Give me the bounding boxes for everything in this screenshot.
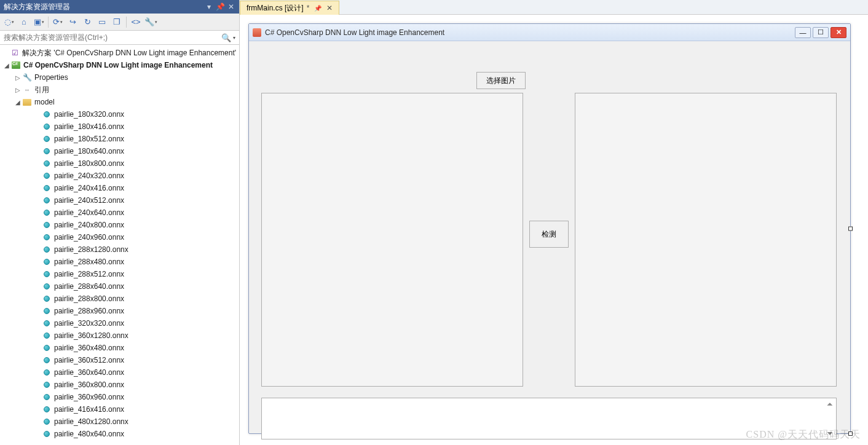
tree-file[interactable]: ▸pairlie_360x1280.onnx <box>0 329 239 342</box>
collapse-icon[interactable]: ▭ <box>95 15 109 29</box>
file-label: pairlie_288x512.onnx <box>54 270 124 278</box>
file-label: pairlie_240x512.onnx <box>54 196 124 205</box>
onnx-file-icon <box>44 259 50 265</box>
winform-title: C# OpenCvSharp DNN Low Light image Enhan… <box>265 28 791 37</box>
onnx-file-icon <box>44 124 50 130</box>
onnx-file-icon <box>44 382 50 388</box>
tree-file[interactable]: ▸pairlie_288x800.onnx <box>0 293 239 305</box>
tree-file[interactable]: ▸pairlie_288x512.onnx <box>0 268 239 280</box>
file-label: pairlie_240x800.onnx <box>54 221 124 229</box>
tree-file[interactable]: ▸pairlie_360x480.onnx <box>0 342 239 354</box>
tree-file[interactable]: ▸pairlie_240x416.onnx <box>0 182 239 194</box>
sync-icon[interactable]: ▣▾ <box>32 15 45 29</box>
file-label: pairlie_240x960.onnx <box>54 233 124 242</box>
folder-icon <box>23 99 31 106</box>
search-input[interactable] <box>0 31 219 44</box>
tree-file[interactable]: ▸pairlie_240x320.onnx <box>0 170 239 182</box>
file-label: pairlie_240x416.onnx <box>54 184 124 192</box>
panel-pin-icon[interactable]: 📌 <box>216 2 224 11</box>
tree-file[interactable]: ▸pairlie_480x640.onnx <box>0 428 239 440</box>
onnx-file-icon <box>44 283 50 289</box>
close-window-icon[interactable]: ✕ <box>831 27 846 38</box>
onnx-file-icon <box>44 357 50 363</box>
close-icon[interactable]: ✕ <box>326 4 333 12</box>
tree-solution[interactable]: ▸ ☑ 解决方案 'C# OpenCvSharp DNN Low Light i… <box>0 47 239 59</box>
tree-file[interactable]: ▸pairlie_360x800.onnx <box>0 379 239 391</box>
back-icon[interactable]: ◌▾ <box>2 15 16 29</box>
tree-file[interactable]: ▸pairlie_240x960.onnx <box>0 231 239 243</box>
tree-file[interactable]: ▸pairlie_480x1280.onnx <box>0 415 239 428</box>
tree-references[interactable]: ▷ ▫▫ 引用 <box>0 84 239 96</box>
panel-toolbar: ◌▾ ⌂ ▣▾ ⟳▾ ↪ ↻ ▭ ❐ <> 🔧▾ <box>0 14 239 31</box>
pin-icon[interactable]: 📌 <box>314 5 322 12</box>
csharp-project-icon <box>12 61 20 69</box>
tab-frmmain-design[interactable]: frmMain.cs [设计] * 📌 ✕ <box>240 1 339 15</box>
tree-file[interactable]: ▸pairlie_240x800.onnx <box>0 219 239 231</box>
tree-file[interactable]: ▸pairlie_416x416.onnx <box>0 403 239 415</box>
properties-icon[interactable]: 🔧▾ <box>144 15 157 29</box>
designer-surface[interactable]: C# OpenCvSharp DNN Low Light image Enhan… <box>240 15 868 445</box>
maximize-icon[interactable]: ☐ <box>813 27 829 38</box>
minimize-icon[interactable]: — <box>795 27 811 38</box>
picturebox-left[interactable] <box>261 93 523 387</box>
file-label: pairlie_240x320.onnx <box>54 171 124 180</box>
panel-dropdown-icon[interactable]: ▾ <box>205 2 213 11</box>
tree-file[interactable]: ▸pairlie_240x512.onnx <box>0 194 239 207</box>
search-dropdown-icon[interactable]: ▾ <box>233 35 239 41</box>
search-icon[interactable]: 🔍 <box>219 33 233 42</box>
tree-file[interactable]: ▸pairlie_180x320.onnx <box>0 108 239 120</box>
onnx-file-icon <box>44 136 50 142</box>
file-label: pairlie_180x416.onnx <box>54 122 124 131</box>
scope-icon[interactable]: ↪ <box>66 15 79 29</box>
tree-file[interactable]: ▸pairlie_240x640.onnx <box>0 207 239 219</box>
expander-icon[interactable]: ▷ <box>14 87 22 93</box>
tree-file[interactable]: ▸pairlie_288x960.onnx <box>0 305 239 317</box>
expander-icon[interactable]: ◢ <box>14 99 22 106</box>
expander-icon[interactable]: ◢ <box>2 62 11 69</box>
select-image-button[interactable]: 选择图片 <box>476 72 526 89</box>
show-all-icon[interactable]: ❐ <box>110 15 124 29</box>
tree-file[interactable]: ▸pairlie_288x1280.onnx <box>0 243 239 256</box>
file-label: pairlie_480x1280.onnx <box>54 417 128 426</box>
home-icon[interactable]: ⌂ <box>17 15 31 29</box>
file-label: pairlie_480x640.onnx <box>54 430 124 438</box>
view-code-icon[interactable]: <> <box>129 15 143 29</box>
file-label: pairlie_320x320.onnx <box>54 319 124 328</box>
onnx-file-icon <box>44 406 50 412</box>
scroll-up-icon[interactable]: ⏶ <box>826 400 834 408</box>
wrench-icon: 🔧 <box>22 73 32 82</box>
tree-file[interactable]: ▸pairlie_288x480.onnx <box>0 256 239 268</box>
tree-file[interactable]: ▸pairlie_180x640.onnx <box>0 145 239 157</box>
onnx-file-icon <box>44 320 50 326</box>
tree-file[interactable]: ▸pairlie_320x320.onnx <box>0 317 239 329</box>
pending-changes-icon[interactable]: ⟳▾ <box>51 15 65 29</box>
refresh-icon[interactable]: ↻ <box>81 15 94 29</box>
winform-titlebar: C# OpenCvSharp DNN Low Light image Enhan… <box>249 24 850 41</box>
tree-file[interactable]: ▸pairlie_288x640.onnx <box>0 280 239 293</box>
detect-button[interactable]: 检测 <box>529 221 569 248</box>
tree-folder-model[interactable]: ◢ model <box>0 96 239 108</box>
panel-search[interactable]: 🔍 ▾ <box>0 31 239 45</box>
tree-file[interactable]: ▸pairlie_360x960.onnx <box>0 391 239 403</box>
file-label: pairlie_180x800.onnx <box>54 159 124 168</box>
tree-file[interactable]: ▸pairlie_180x512.onnx <box>0 133 239 145</box>
onnx-file-icon <box>44 271 50 277</box>
solution-tree[interactable]: ▸ ☑ 解决方案 'C# OpenCvSharp DNN Low Light i… <box>0 45 239 445</box>
tree-properties[interactable]: ▷ 🔧 Properties <box>0 71 239 84</box>
file-label: pairlie_360x960.onnx <box>54 393 124 401</box>
tree-file[interactable]: ▸pairlie_180x416.onnx <box>0 120 239 133</box>
panel-close-icon[interactable]: ✕ <box>227 2 235 11</box>
tree-project[interactable]: ◢ C# OpenCvSharp DNN Low Light image Enh… <box>0 59 239 71</box>
winform-frmmain[interactable]: C# OpenCvSharp DNN Low Light image Enhan… <box>248 23 851 434</box>
onnx-file-icon <box>44 345 50 351</box>
tree-file[interactable]: ▸pairlie_360x640.onnx <box>0 366 239 379</box>
tree-file[interactable]: ▸pairlie_180x800.onnx <box>0 157 239 170</box>
onnx-file-icon <box>44 210 50 216</box>
file-label: pairlie_180x320.onnx <box>54 110 124 119</box>
file-label: pairlie_240x640.onnx <box>54 208 124 217</box>
onnx-file-icon <box>44 185 50 191</box>
file-label: pairlie_288x800.onnx <box>54 294 124 303</box>
expander-icon[interactable]: ▷ <box>14 74 22 81</box>
tree-file[interactable]: ▸pairlie_360x512.onnx <box>0 354 239 366</box>
picturebox-right[interactable] <box>575 93 837 387</box>
